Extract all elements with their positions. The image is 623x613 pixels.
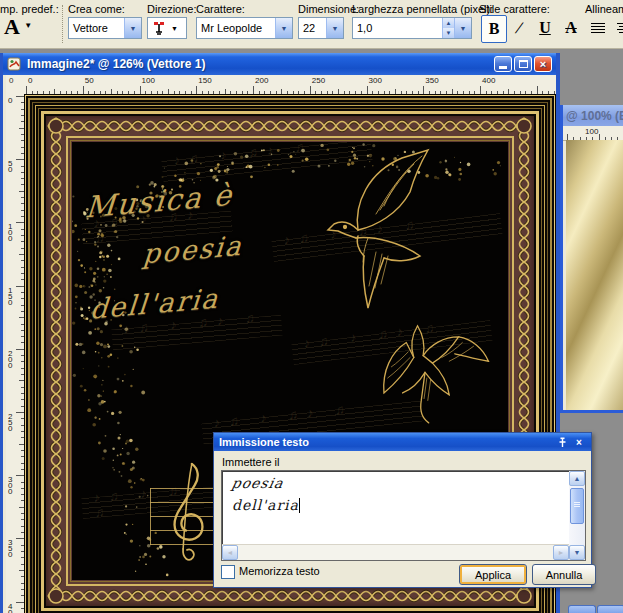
- minimize-button[interactable]: [494, 56, 512, 72]
- stroke-width-spinner[interactable]: 1,0 ▲ ▼ ▼: [352, 17, 472, 39]
- font-value: Mr Leopolde: [197, 22, 275, 34]
- cancel-button[interactable]: Annulla: [532, 564, 596, 585]
- apply-button-label: Applica: [475, 569, 511, 581]
- bold-button[interactable]: B: [481, 15, 507, 43]
- chevron-down-icon[interactable]: ▼: [454, 18, 471, 38]
- vertical-ruler: 050100150200250300350400: [6, 94, 25, 613]
- text-entry-dialog[interactable]: Immissione testo × Immettere il poesia d…: [213, 432, 592, 588]
- background-window-titlebar[interactable]: @ 100% (B: [563, 105, 623, 126]
- chevron-down-icon[interactable]: ▼: [275, 18, 292, 38]
- direction-dropdown[interactable]: ▼: [147, 17, 187, 39]
- app-image-icon: [7, 57, 22, 72]
- remember-text-checkbox[interactable]: [221, 565, 235, 579]
- scroll-up-icon[interactable]: ▲: [569, 471, 585, 486]
- image-window-titlebar[interactable]: Immagine2* @ 126% (Vettore 1) ×: [3, 53, 556, 75]
- maximize-button[interactable]: [514, 56, 532, 72]
- strikethrough-button[interactable]: A: [559, 15, 583, 41]
- gold-bird-wings-spread: [369, 309, 508, 434]
- chevron-down-icon: ▼: [24, 21, 32, 30]
- tool-options-toolbar: mp. predef.: A ▼ Crea come: Vettore ▼ Di…: [0, 0, 623, 49]
- font-style-label: Stile carattere:: [479, 3, 550, 15]
- maximize-icon: [519, 60, 528, 68]
- size-value: 22: [299, 22, 326, 34]
- underline-icon: U: [539, 19, 551, 37]
- text-entry-label: Immettere il: [222, 456, 279, 468]
- gold-gradient-image[interactable]: [566, 140, 623, 410]
- spin-down-icon[interactable]: ▼: [442, 28, 454, 38]
- create-as-dropdown[interactable]: Vettore ▼: [68, 17, 142, 39]
- background-window-title: @ 100% (B: [566, 109, 623, 123]
- apply-button[interactable]: Applica: [459, 564, 527, 585]
- toolbar-separator: [62, 5, 63, 43]
- remember-text-label: Memorizza testo: [239, 565, 320, 577]
- chevron-down-icon: ▼: [171, 25, 178, 32]
- entered-text-line2: dell'aria: [232, 497, 299, 513]
- text-direction-icon: [151, 20, 167, 36]
- size-dropdown[interactable]: 22 ▼: [298, 17, 344, 39]
- scrollbar-track[interactable]: [569, 486, 585, 545]
- gold-bird-flying: [324, 144, 464, 314]
- close-button[interactable]: ×: [534, 56, 552, 72]
- spin-up-icon[interactable]: ▲: [442, 18, 454, 28]
- scroll-right-icon[interactable]: ►: [553, 545, 569, 560]
- strikethrough-icon: A: [565, 19, 577, 37]
- scroll-down-icon[interactable]: ▼: [569, 545, 585, 560]
- presets-a-icon: A: [4, 14, 19, 39]
- presets-button[interactable]: A ▼: [4, 14, 32, 40]
- chevron-down-icon[interactable]: ▼: [326, 18, 343, 38]
- font-dropdown[interactable]: Mr Leopolde ▼: [196, 17, 293, 39]
- close-icon: ×: [540, 59, 546, 70]
- scroll-left-icon[interactable]: ◄: [222, 545, 238, 560]
- pin-icon[interactable]: [555, 436, 569, 449]
- align-center-button[interactable]: [612, 15, 623, 41]
- create-as-value: Vettore: [69, 22, 124, 34]
- text-entry-box[interactable]: poesia dell'aria ◄ ► ▲ ▼: [221, 470, 586, 561]
- horizontal-scrollbar[interactable]: ◄ ►: [222, 544, 569, 560]
- text-entry-area[interactable]: poesia dell'aria ◄ ►: [222, 471, 569, 560]
- background-window-ruler: 100: [563, 126, 623, 141]
- entered-text-line1: poesia: [230, 475, 285, 491]
- ruler-corner: 0: [6, 75, 24, 94]
- image-window-title: Immagine2* @ 126% (Vettore 1): [27, 57, 492, 71]
- horizontal-ruler: 050100150200250300350400: [24, 75, 556, 95]
- dialog-title: Immissione testo: [219, 436, 309, 448]
- size-label: Dimensione:: [298, 3, 359, 15]
- stroke-width-value: 1,0: [353, 22, 442, 34]
- minimize-icon: [499, 66, 507, 69]
- bold-icon: B: [489, 20, 500, 38]
- ruler-label: 100: [585, 127, 598, 136]
- partial-button[interactable]: [597, 605, 623, 613]
- vertical-scrollbar[interactable]: ▲ ▼: [569, 471, 585, 560]
- scrollbar-thumb[interactable]: [570, 488, 584, 524]
- align-left-icon: [591, 23, 605, 34]
- chevron-down-icon[interactable]: ▼: [124, 18, 141, 38]
- dialog-titlebar[interactable]: Immissione testo ×: [214, 433, 591, 451]
- partial-button[interactable]: [568, 605, 596, 613]
- align-left-button[interactable]: [586, 15, 610, 41]
- alignment-label: Allineame: [585, 3, 623, 15]
- underline-button[interactable]: U: [533, 15, 557, 41]
- dialog-close-icon[interactable]: ×: [572, 436, 586, 449]
- spinner-arrows[interactable]: ▲ ▼: [442, 18, 454, 38]
- direction-label: Direzione:: [147, 3, 197, 15]
- text-caret: [299, 498, 300, 513]
- stroke-width-label: Larghezza pennellata (pixel):: [352, 3, 493, 15]
- align-center-icon: [617, 23, 623, 34]
- cancel-button-label: Annulla: [546, 569, 583, 581]
- background-image-window[interactable]: @ 100% (B 100: [560, 105, 623, 413]
- treble-clef-icon: [162, 460, 212, 576]
- italic-button[interactable]: /: [504, 15, 534, 41]
- italic-icon: /: [515, 19, 523, 37]
- font-label: Carattere:: [196, 3, 245, 15]
- create-as-label: Crea come:: [68, 3, 125, 15]
